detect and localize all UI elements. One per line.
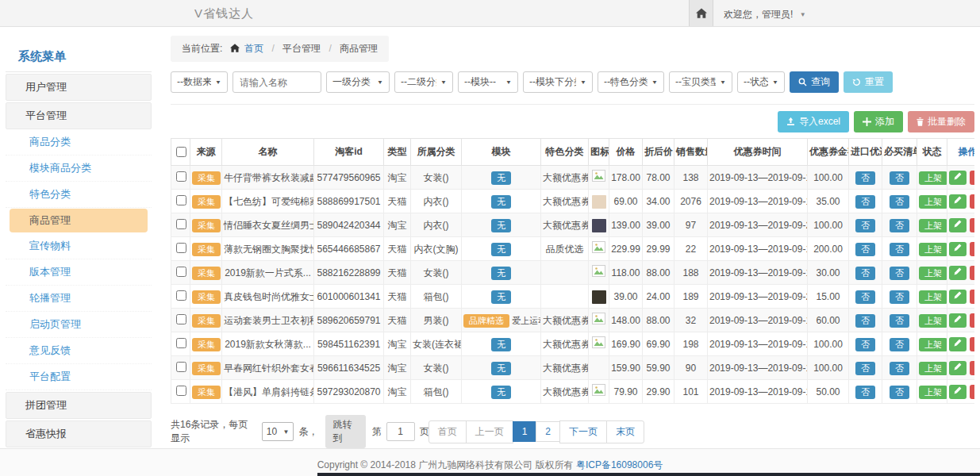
delete-button[interactable]	[970, 171, 974, 185]
sidebar-item[interactable]: 平台管理	[6, 102, 152, 129]
must-buy-toggle[interactable]: 否	[890, 362, 909, 375]
filter-select[interactable]: 一级分类▼	[326, 71, 390, 93]
page-jump-input[interactable]	[386, 422, 415, 441]
import-select-toggle[interactable]: 否	[855, 290, 875, 304]
page-button[interactable]: 首页	[429, 420, 467, 443]
sidebar-item[interactable]: 平台配置	[6, 364, 152, 390]
edit-button[interactable]	[949, 290, 967, 304]
must-buy-toggle[interactable]: 否	[890, 243, 909, 256]
home-button[interactable]	[689, 0, 713, 26]
filter-select[interactable]: --二级分类--▼	[394, 71, 453, 93]
user-menu[interactable]: 欢迎您，管理员! ▼	[724, 8, 806, 21]
filter-select[interactable]: --宝贝类型--▼	[669, 71, 732, 93]
batch-delete-button[interactable]: 批量删除	[908, 111, 974, 132]
delete-button[interactable]	[970, 290, 974, 304]
import-select-toggle[interactable]: 否	[855, 243, 875, 256]
row-checkbox[interactable]	[176, 290, 186, 301]
import-excel-button[interactable]: 导入excel	[778, 111, 849, 132]
name-search-input[interactable]	[233, 71, 321, 93]
must-buy-toggle[interactable]: 否	[890, 338, 909, 351]
delete-button[interactable]	[970, 266, 974, 280]
must-buy-toggle[interactable]: 否	[890, 267, 909, 280]
status-badge[interactable]: 上架	[919, 362, 947, 375]
must-buy-toggle[interactable]: 否	[890, 171, 909, 185]
edit-button[interactable]	[949, 218, 967, 232]
reset-button[interactable]: 重置	[844, 71, 893, 93]
import-select-toggle[interactable]: 否	[855, 314, 875, 328]
sidebar-item[interactable]: 启动页管理	[6, 312, 152, 338]
delete-button[interactable]	[970, 337, 974, 351]
page-button[interactable]: 1	[513, 421, 537, 442]
status-badge[interactable]: 上架	[919, 314, 947, 328]
must-buy-toggle[interactable]: 否	[890, 386, 909, 399]
must-buy-toggle[interactable]: 否	[890, 219, 909, 232]
edit-button[interactable]	[949, 313, 967, 328]
filter-select[interactable]: --特色分类--▼	[598, 71, 664, 93]
jump-button[interactable]: 跳转到	[325, 415, 365, 448]
page-button[interactable]: 2	[536, 421, 560, 442]
row-checkbox[interactable]	[176, 267, 186, 277]
sidebar-item[interactable]: 版本管理	[6, 259, 152, 286]
edit-button[interactable]	[949, 337, 967, 351]
add-button[interactable]: 添加	[854, 111, 903, 132]
delete-button[interactable]	[970, 313, 974, 328]
import-select-toggle[interactable]: 否	[855, 362, 875, 375]
sidebar-item[interactable]: 模块商品分类	[6, 155, 152, 182]
per-page-select[interactable]: 10 ▼	[262, 422, 294, 441]
status-badge[interactable]: 上架	[919, 338, 947, 351]
row-checkbox[interactable]	[176, 338, 186, 348]
status-badge[interactable]: 上架	[919, 195, 947, 209]
import-select-toggle[interactable]: 否	[855, 171, 875, 185]
select-all-checkbox[interactable]	[176, 147, 186, 157]
icp-link[interactable]: 粤ICP备16098006号	[576, 459, 663, 470]
edit-button[interactable]	[949, 171, 967, 185]
sidebar-item[interactable]: 拼团管理	[6, 392, 152, 419]
sidebar-item[interactable]: 省惠快报	[6, 420, 152, 447]
row-checkbox[interactable]	[176, 219, 186, 229]
row-checkbox[interactable]	[176, 243, 186, 253]
edit-button[interactable]	[949, 194, 967, 209]
delete-button[interactable]	[970, 242, 974, 256]
row-checkbox[interactable]	[176, 171, 186, 182]
edit-button[interactable]	[949, 242, 967, 256]
edit-button[interactable]	[949, 361, 967, 375]
row-checkbox[interactable]	[176, 362, 186, 372]
breadcrumb-home-link[interactable]: 首页	[244, 43, 263, 54]
search-button[interactable]: 查询	[790, 71, 839, 93]
sidebar-item[interactable]: 宣传物料	[6, 233, 152, 259]
must-buy-toggle[interactable]: 否	[890, 290, 909, 304]
status-badge[interactable]: 上架	[919, 171, 947, 185]
filter-select[interactable]: --数据来源--▼	[171, 71, 228, 93]
status-badge[interactable]: 上架	[919, 386, 947, 399]
sidebar-item[interactable]: 用户管理	[6, 74, 152, 101]
sidebar-item[interactable]: 特色分类	[6, 182, 152, 208]
must-buy-toggle[interactable]: 否	[890, 195, 909, 209]
sidebar-item[interactable]: 商品管理	[10, 209, 148, 232]
delete-button[interactable]	[970, 361, 974, 375]
sidebar-item[interactable]: 轮播管理	[6, 286, 152, 312]
status-badge[interactable]: 上架	[919, 219, 947, 232]
import-select-toggle[interactable]: 否	[855, 338, 875, 351]
import-select-toggle[interactable]: 否	[855, 386, 875, 399]
filter-select[interactable]: --状态--▼	[737, 71, 785, 93]
status-badge[interactable]: 上架	[919, 267, 947, 280]
sidebar-item[interactable]: 商品分类	[6, 129, 152, 155]
edit-button[interactable]	[949, 385, 967, 399]
delete-button[interactable]	[970, 385, 974, 399]
filter-select[interactable]: --模块下分类--▼	[523, 71, 593, 93]
status-badge[interactable]: 上架	[919, 290, 947, 304]
status-badge[interactable]: 上架	[919, 243, 947, 256]
delete-button[interactable]	[970, 194, 974, 209]
row-checkbox[interactable]	[176, 386, 186, 396]
page-button[interactable]: 末页	[606, 420, 644, 443]
row-checkbox[interactable]	[176, 314, 186, 324]
must-buy-toggle[interactable]: 否	[890, 314, 909, 328]
edit-button[interactable]	[949, 266, 967, 280]
delete-button[interactable]	[970, 218, 974, 232]
page-button[interactable]: 上一页	[466, 420, 513, 443]
sidebar-item[interactable]: 意见反馈	[6, 338, 152, 364]
import-select-toggle[interactable]: 否	[855, 195, 875, 209]
import-select-toggle[interactable]: 否	[855, 267, 875, 280]
row-checkbox[interactable]	[176, 195, 186, 205]
filter-select[interactable]: --模块--▼	[458, 71, 518, 93]
